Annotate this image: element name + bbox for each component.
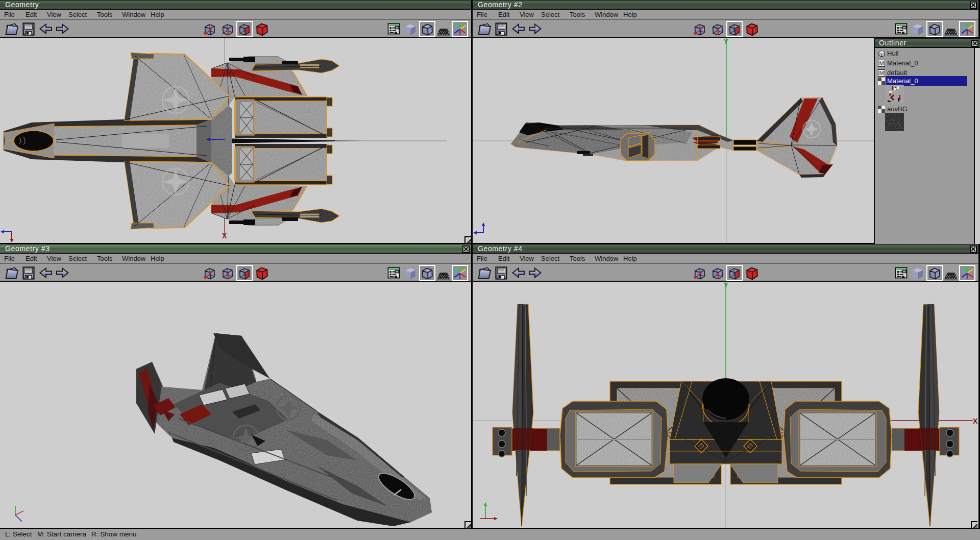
svg-text:Y: Y	[724, 38, 728, 45]
svg-text:M: M	[879, 60, 884, 66]
svg-text:X: X	[973, 417, 978, 425]
svg-text:X: X	[222, 232, 227, 240]
svg-text:Y: Y	[724, 282, 728, 289]
svg-text:M: M	[879, 70, 884, 76]
